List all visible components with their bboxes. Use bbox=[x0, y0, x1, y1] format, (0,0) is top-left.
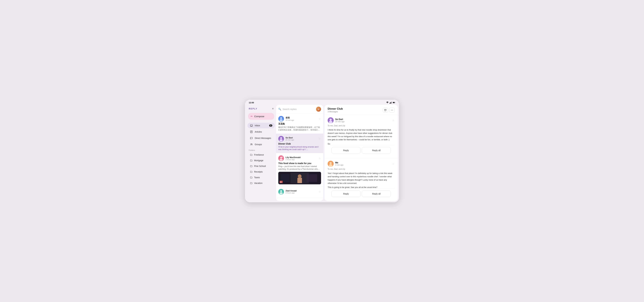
svg-point-24 bbox=[282, 157, 283, 158]
sidebar-item-articles[interactable]: Articles bbox=[248, 129, 275, 135]
sidebar-item-inbox[interactable]: Inbox 4 bbox=[248, 123, 275, 128]
message-item-4[interactable]: Ziad Aouad 6 hours ago ☆ bbox=[276, 187, 323, 198]
avatar-image bbox=[278, 156, 284, 161]
compose-icon: ✏ bbox=[250, 115, 253, 118]
compose-label: Compose bbox=[254, 115, 264, 118]
folder-vacation[interactable]: Vacation bbox=[248, 180, 275, 186]
folder-taxes[interactable]: Taxes bbox=[248, 175, 275, 180]
archive-button[interactable] bbox=[383, 108, 388, 112]
sender-name: Lily MacDonald bbox=[286, 156, 317, 158]
sidebar-item-direct-messages[interactable]: Direct Messages bbox=[248, 135, 275, 141]
avatar-lily bbox=[278, 156, 284, 161]
msg-time: 6 hours ago bbox=[286, 192, 317, 194]
thread-star-button[interactable]: ☆ bbox=[392, 162, 395, 166]
folder-mortgage-label: Mortgage bbox=[254, 159, 263, 162]
thread-msg-time: 4 min ago bbox=[335, 164, 390, 166]
thread-star-button[interactable]: ☆ bbox=[392, 118, 395, 122]
svg-point-15 bbox=[280, 117, 282, 119]
thread-avatar-image bbox=[328, 161, 334, 167]
menu-icon[interactable]: ≡ bbox=[272, 107, 274, 110]
thread-header: Dinner Club 3 Messages bbox=[324, 105, 398, 115]
folder-pine-school-label: Pine School bbox=[254, 165, 266, 167]
thread-avatar-image bbox=[328, 117, 334, 123]
svg-point-43 bbox=[330, 162, 332, 164]
msg-time: 20 min ago bbox=[286, 139, 317, 141]
msg-preview: Ping— you'd love this new food show I st… bbox=[278, 165, 321, 170]
sidebar-item-groups[interactable]: Groups bbox=[248, 142, 275, 147]
svg-point-22 bbox=[280, 159, 283, 161]
signal-icon bbox=[390, 101, 392, 104]
folder-icon bbox=[250, 182, 252, 184]
thumbnail-play-indicator: ▶ bbox=[280, 181, 283, 183]
sender-name: Ziad Aouad bbox=[286, 190, 317, 192]
star-button[interactable]: ☆ bbox=[318, 117, 321, 121]
thread-message-2: Me 4 min ago ☆ To me, Ziad, and Lily Yes… bbox=[324, 158, 398, 201]
direct-messages-icon bbox=[250, 137, 253, 140]
status-icons bbox=[386, 101, 395, 104]
thread-sender-name: Me bbox=[335, 162, 390, 164]
avatar-image bbox=[278, 116, 284, 122]
device-frame: 12:00 REPLY bbox=[245, 100, 399, 202]
folder-freelance-label: Freelance bbox=[254, 154, 264, 156]
sidebar: REPLY ≡ ✏ Compose Inbox 4 bbox=[246, 105, 276, 201]
folder-icon bbox=[250, 159, 252, 162]
reply-all-button-2[interactable]: Reply all bbox=[362, 190, 391, 197]
reply-button-1[interactable]: Reply bbox=[332, 147, 360, 154]
svg-rect-1 bbox=[390, 102, 391, 104]
msg-preview: I'll be in your neighbourhood doing erra… bbox=[278, 146, 321, 151]
more-options-button[interactable] bbox=[389, 108, 395, 112]
folder-receipts[interactable]: Receipts bbox=[248, 169, 275, 174]
compose-button[interactable]: ✏ Compose bbox=[248, 113, 274, 120]
svg-point-12 bbox=[251, 144, 252, 144]
folder-icon bbox=[250, 165, 252, 167]
battery-icon bbox=[393, 101, 395, 104]
thread-avatar-soduri bbox=[328, 117, 334, 123]
search-input[interactable] bbox=[282, 108, 315, 110]
msg-thumbnail: ▶ bbox=[278, 172, 321, 184]
more-icon bbox=[391, 109, 393, 111]
search-bar: 🔍 U bbox=[276, 105, 323, 114]
inbox-icon bbox=[250, 124, 253, 127]
reply-button-2[interactable]: Reply bbox=[332, 190, 360, 197]
avatar-ziad bbox=[278, 189, 284, 194]
articles-icon bbox=[250, 130, 253, 133]
svg-rect-11 bbox=[250, 137, 252, 139]
articles-label: Articles bbox=[255, 130, 262, 133]
star-button[interactable]: ☆ bbox=[318, 190, 321, 194]
thread-actions bbox=[383, 108, 395, 112]
status-time: 12:00 bbox=[249, 102, 254, 104]
inbox-badge: 4 bbox=[269, 124, 272, 126]
svg-rect-28 bbox=[297, 178, 302, 183]
archive-icon bbox=[384, 109, 386, 111]
svg-rect-29 bbox=[306, 174, 317, 182]
thread-title: Dinner Club bbox=[328, 107, 343, 110]
star-button[interactable]: ☆ bbox=[318, 156, 321, 160]
reply-all-button-1[interactable]: Reply all bbox=[362, 147, 391, 154]
avatar-image bbox=[278, 189, 284, 194]
svg-point-18 bbox=[280, 137, 282, 139]
search-icon: 🔍 bbox=[278, 108, 281, 110]
message-item-3[interactable]: Lily MacDonald 2 hours ago ☆ This food s… bbox=[276, 153, 323, 187]
sender-name: So Duri bbox=[286, 136, 317, 139]
folder-vacation-label: Vacation bbox=[254, 182, 262, 184]
svg-point-36 bbox=[391, 110, 392, 110]
svg-point-40 bbox=[330, 118, 332, 121]
star-button[interactable]: ☆ bbox=[318, 137, 321, 140]
svg-point-33 bbox=[280, 192, 283, 194]
thread-sign: This is going to be great. See you all a… bbox=[328, 186, 395, 188]
folders-label: Folders bbox=[246, 148, 276, 152]
message-item-1[interactable]: 老强 10 min ago ☆ 豆花鱼 最近忙吗？昨晚我去了你最爱的那家饭馆，点… bbox=[276, 114, 323, 134]
folder-mortgage[interactable]: Mortgage bbox=[248, 158, 275, 163]
folder-receipts-label: Receipts bbox=[254, 170, 262, 173]
message-item-2[interactable]: So Duri 20 min ago ☆ Dinner Club I'll be… bbox=[276, 134, 323, 153]
svg-point-44 bbox=[329, 164, 332, 167]
thread-sign: So bbox=[328, 143, 395, 145]
folder-pine-school[interactable]: Pine School bbox=[248, 164, 275, 168]
msg-time: 2 hours ago bbox=[286, 158, 317, 160]
thread-avatar-me bbox=[328, 161, 334, 167]
main-panel: 🔍 U bbox=[276, 105, 398, 201]
folder-freelance[interactable]: Freelance bbox=[248, 152, 275, 157]
svg-rect-2 bbox=[391, 102, 391, 104]
thread-panel: Dinner Club 3 Messages bbox=[324, 105, 398, 201]
svg-point-16 bbox=[280, 119, 283, 122]
